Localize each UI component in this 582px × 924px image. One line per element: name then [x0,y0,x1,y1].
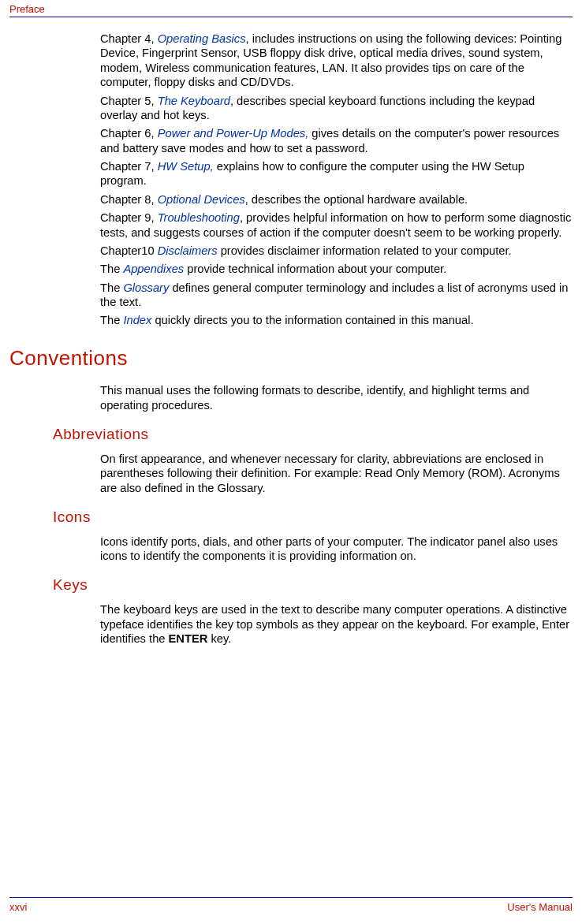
text: The [100,281,123,294]
paragraph-abbreviations: On first appearance, and whenever necess… [100,452,573,495]
paragraph-conventions: This manual uses the following formats t… [100,383,573,412]
heading-abbreviations: Abbreviations [53,425,573,444]
header-section-label: Preface [9,3,573,15]
paragraph-icons: Icons identify ports, dials, and other p… [100,535,573,564]
link-appendixes[interactable]: Appendixes [123,263,184,275]
text: The [100,263,123,275]
text: Chapter 4, [100,32,158,45]
paragraph-ch6: Chapter 6, Power and Power-Up Modes, giv… [100,126,573,155]
heading-conventions: Conventions [9,345,573,371]
text: Chapter 5, [100,95,158,107]
footer-rule [9,897,573,898]
heading-icons: Icons [53,508,573,527]
key-name-enter: ENTER [169,632,208,645]
text: Chapter 8, [100,193,158,206]
manual-label: User's Manual [507,901,573,913]
text: defines general computer terminology and… [100,281,569,308]
text: Chapter 7, [100,160,158,173]
paragraph-index: The Index quickly directs you to the inf… [100,313,573,327]
text: The [100,314,123,326]
paragraph-keys: The keyboard keys are used in the text t… [100,602,573,646]
text: quickly directs you to the information c… [151,314,473,326]
link-disclaimers[interactable]: Disclaimers [158,244,218,257]
page-number: xxvi [9,901,27,913]
text: Chapter 9, [100,211,158,224]
paragraph-ch5: Chapter 5, The Keyboard, describes speci… [100,94,573,123]
text: Chapter10 [100,244,158,257]
text: provide technical information about your… [184,263,446,275]
paragraph-ch9: Chapter 9, Troubleshooting, provides hel… [100,211,573,240]
text: , describes the optional hardware availa… [245,193,468,206]
link-the-keyboard[interactable]: The Keyboard [158,95,230,107]
link-glossary[interactable]: Glossary [123,281,169,294]
paragraph-ch10: Chapter10 Disclaimers provides disclaime… [100,244,573,258]
paragraph-ch7: Chapter 7, HW Setup, explains how to con… [100,159,573,188]
heading-keys: Keys [53,576,573,594]
text: key. [207,632,231,645]
link-operating-basics[interactable]: Operating Basics [158,32,246,45]
paragraph-ch4: Chapter 4, Operating Basics, includes in… [100,32,573,90]
page-content: Chapter 4, Operating Basics, includes in… [9,17,573,646]
text: provides disclaimer information related … [218,244,512,257]
paragraph-ch8: Chapter 8, Optional Devices, describes t… [100,192,573,207]
paragraph-appendixes: The Appendixes provide technical informa… [100,262,573,276]
link-optional-devices[interactable]: Optional Devices [158,193,245,206]
paragraph-glossary: The Glossary defines general computer te… [100,281,573,310]
page-footer: xxvi User's Manual [9,897,573,913]
link-index[interactable]: Index [123,314,151,326]
text: Chapter 6, [100,127,158,140]
link-troubleshooting[interactable]: Troubleshooting [158,211,240,224]
link-power-modes[interactable]: Power and Power-Up Modes, [158,127,309,140]
link-hw-setup[interactable]: HW Setup, [158,160,214,173]
